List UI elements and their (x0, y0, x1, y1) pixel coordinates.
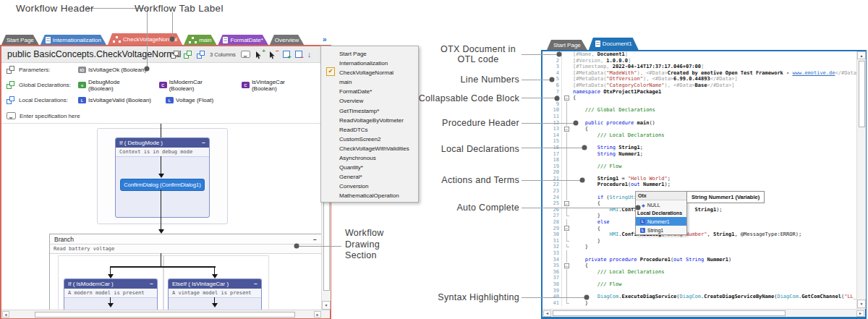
confirmdialog-action[interactable]: ConfirmDialog (ConfirmDialog1) (120, 179, 205, 191)
code-line[interactable]: 2[#Version, 1.0.0.0] (542, 58, 856, 64)
autocomplete-item-null[interactable]: ◆ NULL (636, 200, 686, 209)
code-line[interactable]: 40 DiagCom.ExecuteDiagService(DiagCom.Cr… (542, 294, 856, 300)
dropdown-item-internationalization[interactable]: Internationalization (321, 59, 418, 68)
duplicate-blue-icon[interactable] (197, 51, 205, 59)
right-vertical-scrollbar[interactable]: ▲ ▼ (856, 51, 866, 309)
tab-formatdate[interactable]: FormatDate* (218, 35, 268, 45)
code-line[interactable]: 30 HMI.ConfirmDialog("Wrong Number", Str… (542, 231, 856, 238)
scroll-left-icon[interactable]: ◄ (2, 311, 9, 318)
emotive-link[interactable]: www.emotive.de (792, 70, 835, 76)
scroll-left-icon[interactable]: ◄ (543, 310, 551, 317)
add-frame-icon[interactable]: + (283, 51, 290, 58)
code-line[interactable]: 39 (542, 288, 856, 294)
dropdown-item-general[interactable]: General* (321, 172, 418, 182)
code-line[interactable]: 29 { (542, 226, 856, 232)
code-line[interactable]: 19 /// Flow (542, 163, 856, 170)
minimize-icon[interactable]: − (202, 140, 205, 146)
remove-node-cursor-icon[interactable]: − (269, 50, 278, 59)
workflow-drawing-section[interactable]: If ( DebugMode ) − Context is in debug m… (1, 123, 321, 310)
tab-overflow-icon[interactable]: » (323, 35, 327, 43)
code-line[interactable]: 38 /// Flow (542, 281, 856, 288)
checked-item-checkbox[interactable]: ✔ (326, 67, 335, 76)
otl-code-editor[interactable]: 1[#Name, Document1]2[#Version, 1.0.0.0]3… (542, 51, 856, 309)
tab-document1[interactable]: Document1 (589, 38, 639, 50)
code-line[interactable]: 9 (542, 101, 856, 108)
code-line[interactable]: 15 (542, 138, 856, 145)
dropdown-item-main[interactable]: main (321, 77, 418, 87)
move-down-icon[interactable]: ↓ (307, 51, 312, 59)
code-line[interactable]: 27 } (542, 213, 856, 219)
scrollbar-thumb[interactable] (35, 312, 295, 318)
autocomplete-item-string1[interactable]: LString1 (636, 226, 686, 234)
elseif-block-header[interactable]: ElseIf ( IsVintageCar ) − (169, 279, 261, 289)
scrollbar-thumb[interactable] (859, 61, 865, 127)
scroll-down-icon[interactable]: ▼ (857, 299, 866, 308)
code-line[interactable]: 5[#MetaData("OtfVersion"), <#Data>6.99.0… (542, 76, 856, 82)
code-line[interactable]: 4[#MetaData("MadeWith"), <#Data>Created … (542, 70, 856, 77)
dropdown-item-checkvoltagenormal[interactable]: CheckVoltageNormal (321, 68, 418, 77)
minimize-icon[interactable]: − (150, 281, 153, 287)
code-line[interactable]: 8{ (542, 95, 856, 101)
code-line[interactable]: 32 } (542, 244, 856, 250)
comment-icon[interactable] (241, 51, 250, 58)
right-horizontal-scrollbar[interactable]: ◄ ► (542, 309, 865, 317)
branch-header[interactable]: Branch − (50, 234, 321, 244)
dropdown-item-conversion[interactable]: Conversion (321, 182, 418, 191)
specification-row[interactable]: Enter specification here (1, 109, 325, 122)
dropdown-item-gettimestamp[interactable]: GetTimestamp* (321, 106, 418, 116)
tab-start-page[interactable]: Start Page (547, 40, 587, 50)
code-line[interactable]: 33 (542, 250, 856, 257)
fold-collapse-icon[interactable] (561, 226, 571, 232)
code-line[interactable]: 28 else (542, 219, 856, 226)
dropdown-item-readdtcs[interactable]: ReadDTCs (321, 125, 418, 135)
declaration-item-isvoltageok-boolean[interactable]: IOIsVoltageOk (Boolean) (78, 67, 146, 73)
code-line[interactable]: 11 (542, 114, 856, 120)
code-line[interactable]: 1[#Name, Document1] (542, 51, 856, 58)
duplicate-green-icon[interactable] (184, 51, 192, 59)
code-line[interactable]: 37 (542, 275, 856, 281)
code-line[interactable]: 6[#MetaData("CategoryColorName"), <#Data… (542, 82, 856, 89)
scroll-up-icon[interactable]: ▲ (857, 51, 866, 59)
code-line[interactable]: 31 } (542, 238, 856, 244)
declaration-item-debugmode-boolean[interactable]: ≡DebugMode (Boolean) (78, 79, 145, 92)
code-line[interactable]: 3[#Timestamp, 2022-04-14T17:37:17.046+07… (542, 64, 856, 70)
tab-internationalization[interactable]: Internationalization (41, 35, 106, 45)
dropdown-item-checkvoltagewithvalidities[interactable]: CheckVoltageWithValidities (321, 144, 418, 153)
dropdown-item-overview[interactable]: Overview (321, 96, 418, 106)
declaration-item-isvintagecar-boolean[interactable]: CIsVintageCar (Boolean) (242, 79, 310, 92)
fold-collapse-icon[interactable] (561, 126, 571, 132)
tab-overview[interactable]: Overview (270, 35, 304, 45)
dropdown-item-customscreen2[interactable]: CustomScreen2 (321, 135, 418, 144)
scroll-down-icon[interactable]: ▼ (322, 301, 331, 310)
if-block-header[interactable]: If ( IsModernCar ) − (64, 279, 157, 289)
declaration-item-isvoltagevalid-boolean[interactable]: LIsVoltageValid (Boolean) (78, 97, 151, 103)
code-line[interactable]: 22 Procedure1(out Nummer1); (542, 182, 856, 188)
fold-collapse-icon[interactable] (561, 95, 571, 101)
scroll-right-icon[interactable]: ► (314, 311, 321, 318)
fold-collapse-icon[interactable] (561, 200, 571, 207)
tab-main[interactable]: main (184, 35, 216, 45)
minimize-icon[interactable]: − (313, 236, 317, 243)
code-line[interactable]: 20 (542, 169, 856, 176)
scroll-right-icon[interactable]: ► (856, 310, 864, 317)
dropdown-item-readvoltagebyvoltmeter[interactable]: ReadVoltageByVoltmeter (321, 116, 418, 125)
code-line[interactable]: 10 /// Global Declarations (542, 107, 856, 114)
code-line[interactable]: 7namespace OtxProject1Package1 (542, 89, 856, 95)
declaration-item-voltage-float[interactable]: LVoltage (Float) (166, 97, 213, 103)
fold-collapse-icon[interactable] (561, 263, 571, 269)
scrollbar-thumb[interactable] (553, 310, 786, 316)
code-line[interactable]: 21 String1 = "Hello World"; (542, 176, 856, 182)
add-node-cursor-icon[interactable]: + (255, 50, 264, 59)
code-line[interactable]: 12 public procedure main() (542, 120, 856, 127)
code-line[interactable]: 34 private procedure Procedure1(out Stri… (542, 257, 856, 263)
dropdown-item-formatdate[interactable]: FormatDate* (321, 87, 418, 96)
dropdown-item-asynchronous[interactable]: Asynchronous (321, 153, 418, 163)
code-line[interactable]: 35 { (542, 263, 856, 269)
code-line[interactable]: 18 (542, 157, 856, 163)
tab-start-page[interactable]: Start Page (1, 35, 39, 45)
autocomplete-item-nummer1[interactable]: LNummer1 (636, 217, 686, 226)
code-line[interactable]: 36 /// Local Declarations (542, 269, 856, 276)
code-line[interactable]: 13 { (542, 126, 856, 132)
code-line[interactable]: 16 String String1; (542, 145, 856, 151)
layout-stack-icon[interactable] (171, 51, 179, 59)
